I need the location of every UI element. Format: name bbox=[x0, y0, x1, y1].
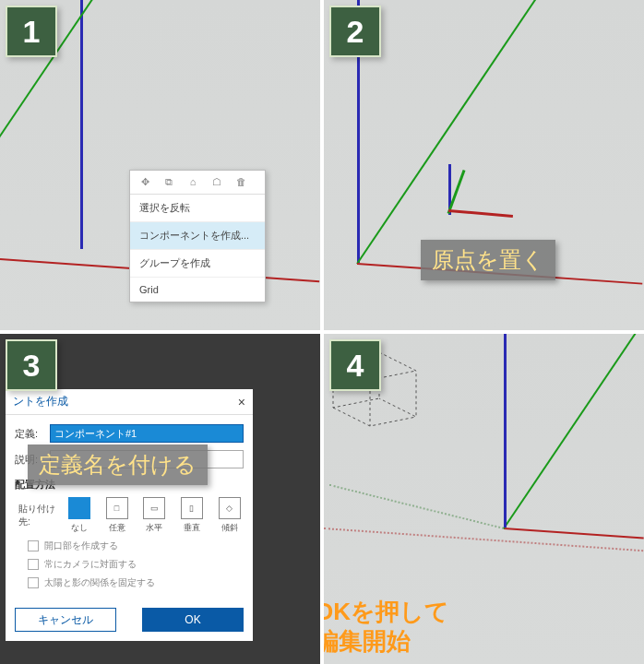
ok-button[interactable]: OK bbox=[142, 608, 244, 632]
create-component-dialog: ントを作成 × 定義: 説明: 配置方法 貼り付け先: なし bbox=[6, 389, 253, 641]
origin-axis-red bbox=[448, 209, 513, 218]
glue-option-vertical[interactable]: ▯ 垂直 bbox=[178, 497, 207, 534]
step-panel-4: OKを押して 編集開始 4 bbox=[324, 334, 644, 664]
context-menu: ✥ ⧉ ⌂ ☖ 🗑 選択を反転 コンポーネントを作成... グループを作成 Gr… bbox=[129, 170, 266, 302]
close-icon[interactable]: × bbox=[238, 395, 245, 409]
paste-icon[interactable]: ⌂ bbox=[185, 176, 200, 188]
menu-grid[interactable]: Grid bbox=[130, 278, 265, 302]
axis-green bbox=[356, 0, 564, 265]
step-number-2: 2 bbox=[329, 6, 381, 57]
context-menu-toolbar: ✥ ⧉ ⌂ ☖ 🗑 bbox=[130, 171, 265, 195]
axis-red-dotted bbox=[324, 528, 643, 551]
menu-make-group[interactable]: グループを作成 bbox=[130, 250, 265, 278]
menu-make-component[interactable]: コンポーネントを作成... bbox=[130, 222, 265, 250]
axis-blue bbox=[80, 0, 83, 249]
glue-option-none[interactable]: なし bbox=[65, 497, 93, 534]
step-panel-2: 原点を置く 2 bbox=[324, 0, 644, 330]
step-number-4: 4 bbox=[329, 339, 381, 391]
glue-option-any[interactable]: □ 任意 bbox=[102, 497, 131, 534]
clipboard-icon[interactable]: ☖ bbox=[209, 176, 224, 188]
step-panel-1: ✥ ⧉ ⌂ ☖ 🗑 選択を反転 コンポーネントを作成... グループを作成 Gr… bbox=[0, 0, 320, 330]
trash-icon[interactable]: 🗑 bbox=[233, 176, 248, 188]
checkbox-cut-opening[interactable]: 開口部を作成する bbox=[28, 540, 244, 552]
definition-input[interactable] bbox=[50, 424, 244, 443]
checkbox-fix-shadow[interactable]: 太陽と影の関係を固定する bbox=[28, 576, 244, 589]
glue-to-label: 貼り付け先: bbox=[18, 497, 55, 528]
axis-green-dotted bbox=[329, 484, 505, 529]
caption-place-origin: 原点を置く bbox=[421, 240, 555, 280]
glue-option-slope[interactable]: ◇ 傾斜 bbox=[215, 497, 244, 534]
axis-red bbox=[504, 528, 644, 540]
step-number-1: 1 bbox=[6, 6, 57, 57]
glue-option-horizontal[interactable]: ▭ 水平 bbox=[140, 497, 169, 534]
dialog-titlebar: ントを作成 × bbox=[6, 389, 253, 415]
definition-label: 定義: bbox=[15, 427, 44, 441]
axis-blue bbox=[504, 334, 507, 528]
move-icon[interactable]: ✥ bbox=[137, 176, 152, 188]
step-panel-3: ントを作成 × 定義: 説明: 配置方法 貼り付け先: なし bbox=[0, 334, 320, 664]
axis-green bbox=[503, 334, 644, 529]
menu-invert-selection[interactable]: 選択を反転 bbox=[130, 195, 265, 222]
dialog-title-text: ントを作成 bbox=[13, 394, 68, 409]
caption-name-definition: 定義名を付ける bbox=[28, 445, 208, 485]
cancel-button[interactable]: キャンセル bbox=[15, 608, 116, 632]
checkbox-face-camera[interactable]: 常にカメラに対面する bbox=[28, 558, 244, 571]
copy-icon[interactable]: ⧉ bbox=[161, 176, 176, 188]
step-number-3: 3 bbox=[6, 339, 57, 391]
caption-press-ok-line2: 編集開始 bbox=[324, 620, 422, 663]
